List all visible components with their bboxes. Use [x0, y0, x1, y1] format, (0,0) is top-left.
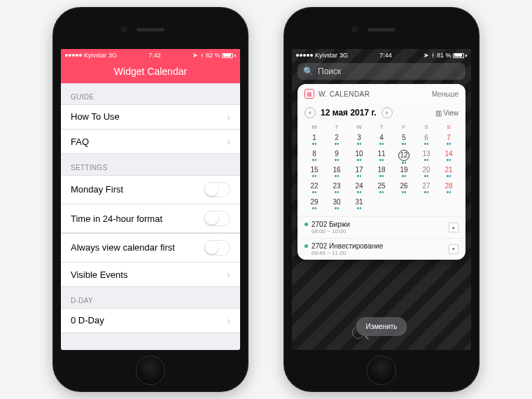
clock-label: 7:44	[379, 52, 392, 59]
day-cell[interactable]: 5	[393, 134, 415, 148]
row-how-to-use[interactable]: How To Use ›	[61, 104, 240, 130]
chevron-right-icon: ›	[227, 111, 230, 122]
phone-right: Kyivstar 3G 7:44 ➤ ᚼ 81 % 🔍 Поиск ▦ W. C…	[284, 7, 479, 392]
day-cell[interactable]: 24	[348, 182, 370, 196]
bluetooth-icon: ᚼ	[200, 52, 204, 59]
location-icon: ➤	[192, 52, 198, 59]
bluetooth-icon: ᚼ	[431, 52, 435, 59]
chevron-right-icon: ›	[227, 136, 230, 147]
day-cell[interactable]: 1	[303, 134, 326, 148]
toggle-calendar-first[interactable]	[204, 240, 230, 255]
camera-dot	[121, 27, 127, 32]
status-bar: Kyivstar 3G 7:42 ➤ ᚼ 82 %	[61, 49, 240, 62]
expand-event-icon[interactable]: ▾	[449, 244, 458, 254]
day-cell[interactable]: 23	[326, 182, 348, 196]
row-label: How To Use	[71, 111, 120, 122]
day-cell[interactable]: 7	[438, 134, 460, 148]
day-cell[interactable]: 29	[303, 198, 326, 212]
row-faq[interactable]: FAQ ›	[61, 129, 240, 154]
day-cell[interactable]: 27	[415, 182, 438, 196]
widget-name: W. CALENDAR	[318, 90, 370, 98]
battery-percent: 82 %	[206, 52, 220, 59]
event-time: 08:00 ~ 10:00	[312, 228, 350, 234]
day-cell[interactable]: 4	[370, 134, 393, 148]
day-cell[interactable]: 14	[438, 150, 460, 164]
clock-label: 7:42	[148, 52, 161, 59]
day-cell[interactable]: 31	[348, 198, 370, 212]
next-month-button[interactable]: ›	[382, 107, 393, 118]
day-cell[interactable]: 9	[326, 150, 348, 164]
app-icon: ▦	[304, 89, 314, 99]
phone-left: Kyivstar 3G 7:42 ➤ ᚼ 82 % Widget Calenda…	[52, 7, 248, 392]
battery-percent: 81 %	[437, 52, 451, 59]
status-bar: Kyivstar 3G 7:44 ➤ ᚼ 81 %	[292, 49, 471, 62]
carrier-label: Kyivstar	[84, 52, 106, 59]
day-cell[interactable]: 20	[415, 166, 438, 180]
speaker-slit	[368, 28, 396, 31]
day-cell[interactable]: 17	[348, 166, 370, 180]
day-cell[interactable]: 15	[303, 166, 326, 180]
network-label: 3G	[108, 52, 117, 59]
row-label: FAQ	[71, 136, 89, 147]
toggle-monday-first[interactable]	[204, 182, 230, 197]
event-title: 2702 Биржи	[312, 220, 350, 228]
day-cell[interactable]: 30	[326, 198, 348, 212]
row-calendar-first: Always view calendar first	[61, 233, 240, 262]
spotlight-search[interactable]: 🔍 Поиск	[298, 63, 465, 80]
day-of-week-row: MTWTFSS	[298, 122, 465, 132]
event-row[interactable]: 2702 Биржи 08:00 ~ 10:00 ▴	[298, 216, 465, 238]
prev-month-button[interactable]: ‹	[304, 107, 316, 118]
screen-widget: Kyivstar 3G 7:44 ➤ ᚼ 81 % 🔍 Поиск ▦ W. C…	[292, 49, 471, 350]
section-header-dday: D-DAY	[61, 287, 240, 308]
day-cell[interactable]: 25	[370, 182, 393, 196]
signal-dots-icon	[65, 54, 82, 57]
calendar-grid[interactable]: 1234567891011121314151617181920212223242…	[298, 132, 465, 216]
camera-dot	[352, 27, 358, 32]
home-button[interactable]	[136, 356, 165, 385]
signal-dots-icon	[296, 54, 313, 57]
event-dot-icon	[304, 223, 308, 226]
day-cell[interactable]: 2	[326, 134, 348, 148]
day-cell[interactable]: 21	[438, 166, 460, 180]
event-row[interactable]: 2702 Инвестирование 09:45 ~ 11:20 ▾	[298, 238, 465, 260]
day-cell[interactable]: 3	[348, 134, 370, 148]
day-cell[interactable]: 22	[303, 182, 326, 196]
day-cell[interactable]: 19	[393, 166, 415, 180]
edit-widgets-button[interactable]: Изменить	[356, 317, 407, 336]
day-cell[interactable]: 12	[393, 150, 415, 164]
calendar-icon: ▥	[435, 109, 442, 117]
day-cell[interactable]: 11	[370, 150, 393, 164]
row-label: Always view calendar first	[71, 242, 175, 253]
event-title: 2702 Инвестирование	[312, 242, 383, 250]
day-cell[interactable]: 16	[326, 166, 348, 180]
toggle-24hour[interactable]	[204, 211, 230, 226]
battery-icon	[222, 53, 236, 58]
row-label: Time in 24-hour format	[71, 214, 162, 224]
collapse-button[interactable]: Меньше	[432, 90, 458, 98]
chevron-right-icon: ›	[227, 315, 230, 326]
carrier-label: Kyivstar	[315, 52, 337, 59]
view-toggle-button[interactable]: ▥ View	[435, 109, 459, 117]
search-icon: 🔍	[303, 66, 314, 76]
row-visible-events[interactable]: Visible Events ›	[61, 262, 240, 287]
event-time: 09:45 ~ 11:20	[312, 250, 383, 256]
row-dday[interactable]: 0 D-Day ›	[61, 308, 240, 333]
home-button[interactable]	[367, 356, 396, 385]
day-cell[interactable]: 26	[393, 182, 415, 196]
day-cell[interactable]: 28	[438, 182, 460, 196]
day-cell[interactable]: 8	[303, 150, 326, 164]
day-cell[interactable]: 6	[415, 134, 438, 148]
collapse-event-icon[interactable]: ▴	[449, 223, 458, 232]
row-label: Monday First	[71, 184, 123, 195]
section-header-guide: GUIDE	[61, 83, 240, 104]
search-placeholder: Поиск	[318, 66, 341, 76]
location-icon: ➤	[424, 52, 429, 59]
day-cell[interactable]: 10	[348, 150, 370, 164]
day-cell[interactable]: 13	[415, 150, 438, 164]
battery-icon	[453, 53, 467, 58]
network-label: 3G	[340, 52, 348, 59]
row-monday-first: Monday First	[61, 175, 240, 204]
day-cell[interactable]: 18	[370, 166, 393, 180]
section-header-settings: SETTINGS	[61, 154, 240, 175]
chevron-right-icon: ›	[227, 269, 230, 280]
